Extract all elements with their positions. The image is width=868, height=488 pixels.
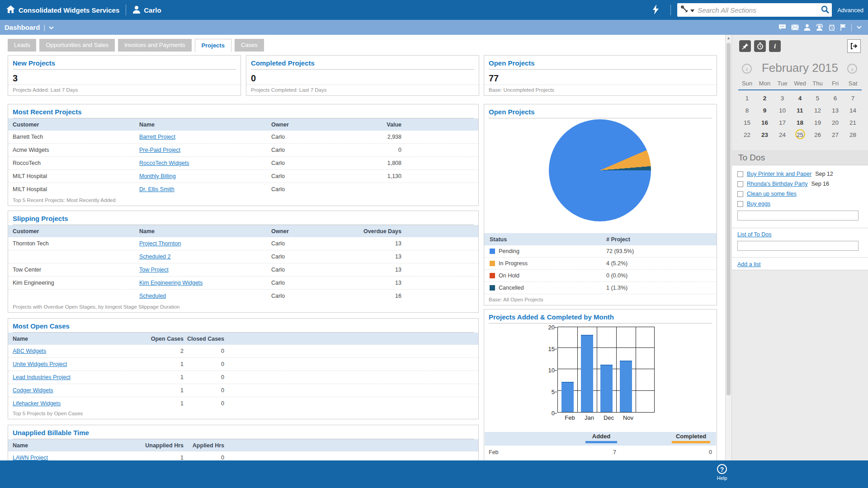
calendar-day-15[interactable]: 15 bbox=[738, 117, 756, 129]
calendar-day-12[interactable]: 12 bbox=[809, 104, 826, 117]
new-list-input[interactable] bbox=[737, 241, 859, 251]
user-icon[interactable] bbox=[132, 5, 141, 15]
calendar-day-3[interactable]: 3 bbox=[774, 92, 791, 104]
calendar-day-9[interactable]: 9 bbox=[756, 104, 774, 117]
headset-agent-icon[interactable] bbox=[816, 24, 823, 31]
contact-icon[interactable] bbox=[804, 24, 811, 31]
table-cell: MILT Hospital bbox=[13, 173, 139, 179]
scroll-up-icon[interactable]: ▲ bbox=[726, 36, 731, 40]
panel-chevron-down-icon[interactable] bbox=[857, 26, 862, 29]
calendar-day-17[interactable]: 17 bbox=[774, 117, 791, 129]
context-chevron-down-icon[interactable] bbox=[49, 24, 54, 31]
record-link[interactable]: LAWN Project bbox=[13, 455, 120, 461]
record-link[interactable]: Scheduled bbox=[139, 293, 271, 299]
table-cell: Carlo bbox=[271, 293, 339, 299]
search-icon[interactable] bbox=[821, 5, 829, 15]
calendar-day-10[interactable]: 10 bbox=[774, 104, 791, 117]
search-scope-caret-icon[interactable] bbox=[690, 7, 694, 14]
record-link[interactable]: Barrett Project bbox=[139, 134, 271, 140]
stopwatch-icon[interactable] bbox=[754, 40, 766, 52]
record-link[interactable]: Scheduled 2 bbox=[139, 253, 271, 260]
calendar-day-24[interactable]: 24 bbox=[774, 129, 791, 141]
calendar-day-14[interactable]: 14 bbox=[844, 104, 862, 117]
chat-icon[interactable] bbox=[778, 24, 786, 31]
quick-actions-icon[interactable] bbox=[653, 5, 659, 16]
table-cell: 2,938 bbox=[339, 134, 401, 140]
help-button[interactable]: ? Help bbox=[715, 464, 729, 481]
calendar-day-5[interactable]: 5 bbox=[809, 92, 826, 104]
record-link[interactable]: ABC Widgets bbox=[13, 348, 120, 354]
add-a-list-link[interactable]: Add a list bbox=[737, 261, 760, 267]
todo-checkbox[interactable] bbox=[737, 191, 743, 197]
card-title: Open Projects bbox=[489, 56, 712, 70]
search-box[interactable] bbox=[677, 3, 832, 17]
collapse-panel-icon[interactable] bbox=[847, 39, 861, 53]
calendar-day-7[interactable]: 7 bbox=[844, 92, 862, 104]
table-row: ScheduledCarlo16 bbox=[8, 290, 478, 303]
todo-checkbox[interactable] bbox=[737, 181, 743, 187]
new-todo-input[interactable] bbox=[737, 211, 859, 221]
todo-link[interactable]: Buy eggs bbox=[747, 201, 770, 207]
calendar-day-8[interactable]: 8 bbox=[738, 104, 756, 117]
tab-invoices-and-payments[interactable]: Invoices and Payments bbox=[118, 39, 191, 52]
list-of-todos-link[interactable]: List of To Dos bbox=[737, 231, 772, 238]
calendar-day-11[interactable]: 11 bbox=[791, 104, 809, 117]
context-title[interactable]: Dashboard bbox=[5, 23, 40, 31]
calendar-day-26[interactable]: 26 bbox=[809, 129, 826, 141]
todo-link[interactable]: Clean up some files bbox=[747, 191, 797, 197]
current-user[interactable]: Carlo bbox=[144, 6, 161, 14]
search-scope-icon[interactable] bbox=[681, 5, 689, 14]
completed-projects-card: Completed Projects 0 Projects Completed:… bbox=[246, 55, 479, 96]
calendar-day-28[interactable]: 28 bbox=[844, 129, 862, 141]
column-header: Open Cases bbox=[120, 336, 184, 342]
advanced-search-link[interactable]: Advanced bbox=[837, 7, 863, 14]
mail-icon[interactable] bbox=[791, 24, 799, 30]
info-icon[interactable]: i bbox=[769, 40, 781, 52]
calendar-day-4[interactable]: 4 bbox=[791, 92, 809, 104]
calendar-day-23[interactable]: 23 bbox=[756, 129, 774, 141]
calendar-day-18[interactable]: 18 bbox=[791, 117, 809, 129]
record-link[interactable]: Dr. Ellis Smith bbox=[139, 186, 271, 192]
calendar-day-21[interactable]: 21 bbox=[844, 117, 862, 129]
record-link[interactable]: Project Thornton bbox=[139, 240, 271, 247]
calendar-next-icon[interactable]: › bbox=[847, 64, 857, 74]
scrollbar-thumb[interactable] bbox=[726, 43, 731, 395]
calendar-day-13[interactable]: 13 bbox=[826, 104, 844, 117]
calendar-day-16[interactable]: 16 bbox=[756, 117, 774, 129]
series-tab-completed[interactable]: Completed bbox=[672, 433, 710, 443]
record-link[interactable]: Unite Widgets Project bbox=[13, 361, 120, 367]
calendar-day-1[interactable]: 1 bbox=[738, 92, 756, 104]
record-link[interactable]: Monthly Billing bbox=[139, 173, 271, 179]
record-link[interactable]: RoccoTech Widgets bbox=[139, 160, 271, 166]
search-input[interactable] bbox=[697, 6, 821, 14]
calendar-day-19[interactable]: 19 bbox=[809, 117, 826, 129]
tab-leads[interactable]: Leads bbox=[8, 39, 36, 52]
record-link[interactable]: Codger Widgets bbox=[13, 387, 120, 394]
alarm-clock-icon[interactable] bbox=[828, 24, 835, 31]
record-link[interactable]: Lead Industries Project bbox=[13, 374, 120, 380]
calendar-day-22[interactable]: 22 bbox=[738, 129, 756, 141]
calendar-day-20[interactable]: 20 bbox=[826, 117, 844, 129]
completed-projects-value: 0 bbox=[251, 73, 474, 84]
series-tab-added[interactable]: Added bbox=[585, 433, 617, 443]
todo-checkbox[interactable] bbox=[737, 201, 743, 207]
calendar-day-27[interactable]: 27 bbox=[826, 129, 844, 141]
record-link[interactable]: Lifehacker Widgets bbox=[13, 400, 120, 407]
todo-checkbox[interactable] bbox=[737, 171, 743, 177]
calendar-day-2[interactable]: 2 bbox=[756, 92, 774, 104]
tab-opportunities-and-sales[interactable]: Opportunities and Sales bbox=[39, 39, 115, 52]
y-tick-label: 0 bbox=[541, 410, 555, 417]
legend-label: Pending bbox=[499, 248, 519, 254]
todo-link[interactable]: Buy Printer Ink and Paper bbox=[747, 171, 811, 177]
tab-projects[interactable]: Projects bbox=[195, 39, 231, 52]
tab-cases[interactable]: Cases bbox=[235, 39, 264, 52]
record-link[interactable]: Pre-Paid Project bbox=[139, 147, 271, 153]
calendar-day-25[interactable]: 25 bbox=[791, 129, 809, 141]
pin-icon[interactable] bbox=[739, 40, 751, 52]
calendar-day-6[interactable]: 6 bbox=[826, 92, 844, 104]
record-link[interactable]: Tow Project bbox=[139, 267, 271, 273]
flag-icon[interactable] bbox=[840, 24, 846, 31]
record-link[interactable]: Kim Engineering Widgets bbox=[139, 280, 271, 286]
home-icon[interactable] bbox=[6, 5, 15, 14]
todo-link[interactable]: Rhonda's Birthday Party bbox=[747, 181, 807, 187]
